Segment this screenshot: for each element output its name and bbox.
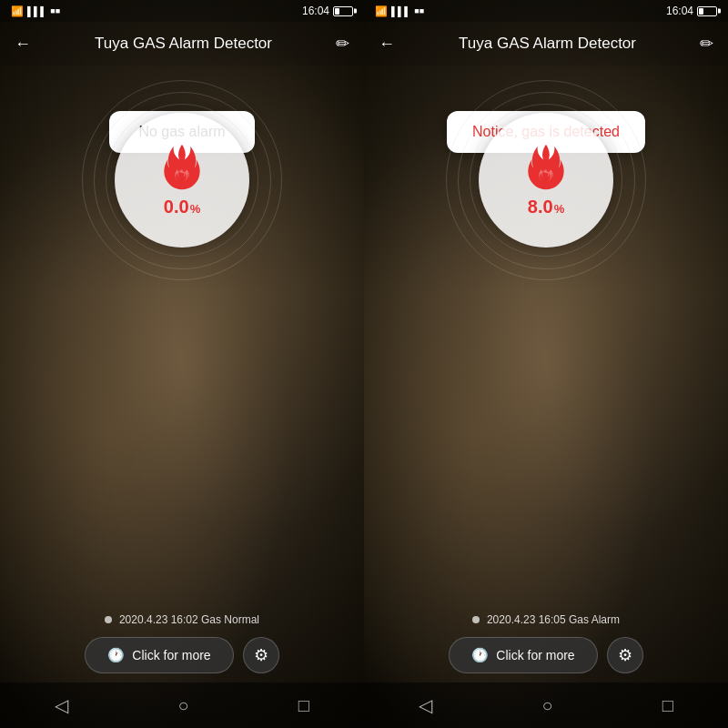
bottom-buttons-2: 🕐 Click for more ⚙ [449, 637, 642, 673]
app-header-2: ← Tuya GAS Alarm Detector ✏ [364, 22, 728, 66]
click-more-label-2: Click for more [496, 648, 574, 662]
gauge-unit-2: % [554, 202, 565, 216]
main-content-1: No gas alarm 0.0 % [0, 66, 364, 380]
app-icons-2: ■■ [414, 6, 424, 15]
clock-icon-1: 🕐 [107, 647, 125, 663]
gauge-value-1: 0.0 [164, 197, 189, 217]
click-more-button-1[interactable]: 🕐 Click for more [85, 637, 233, 673]
wifi-icon-2: ▌▌▌ [391, 6, 410, 16]
edit-button-1[interactable]: ✏ [336, 34, 349, 54]
back-button-1[interactable]: ← [15, 35, 31, 54]
gauge-wrapper-1: No gas alarm 0.0 % [82, 111, 282, 380]
nav-back-1[interactable]: ◁ [55, 694, 68, 716]
bottom-section-1: 2020.4.23 16:02 Gas Normal 🕐 Click for m… [0, 613, 364, 673]
clock-icon-2: 🕐 [471, 647, 489, 663]
nav-home-2[interactable]: ○ [541, 695, 552, 716]
gauge-readout-1: 0.0 % [164, 197, 200, 217]
main-content-2: Notice, gas is detected 8.0 % [364, 66, 728, 380]
status-log-1: 2020.4.23 16:02 Gas Normal [105, 613, 259, 626]
gauge-value-2: 8.0 [528, 197, 553, 217]
status-dot-1 [105, 616, 112, 623]
edit-button-2[interactable]: ✏ [700, 34, 713, 54]
status-dot-2 [472, 616, 480, 623]
flame-icon-1 [159, 143, 205, 193]
bottom-section-2: 2020.4.23 16:05 Gas Alarm 🕐 Click for mo… [364, 613, 728, 673]
flame-icon-2 [523, 143, 569, 193]
nav-recent-2[interactable]: □ [662, 695, 673, 716]
status-bar-left-2: 📶 ▌▌▌ ■■ [375, 5, 424, 17]
log-text-2: 2020.4.23 16:05 Gas Alarm [487, 613, 620, 626]
status-bar-right-1: 16:04 [302, 5, 353, 17]
battery-icon-2 [697, 6, 717, 16]
app-header-1: ← Tuya GAS Alarm Detector ✏ [0, 22, 364, 66]
gauge-area-1: 0.0 % [82, 80, 282, 280]
gauge-circle-2: 8.0 % [479, 113, 613, 248]
settings-icon-1: ⚙ [254, 645, 268, 665]
settings-button-2[interactable]: ⚙ [607, 637, 643, 673]
wifi-icon: ▌▌▌ [27, 6, 46, 16]
nav-bar-1: ◁ ○ □ [0, 682, 364, 728]
gauge-area-2: 8.0 % [446, 80, 646, 280]
app-title-1: Tuya GAS Alarm Detector [95, 35, 272, 53]
nav-home-1[interactable]: ○ [177, 695, 188, 716]
click-more-label-1: Click for more [132, 648, 210, 662]
status-bar-right-2: 16:04 [666, 5, 717, 17]
nav-bar-2: ◁ ○ □ [364, 682, 728, 728]
phone-frame-2: 📶 ▌▌▌ ■■ 16:04 ← Tuya GAS Alarm Detector… [364, 0, 728, 728]
status-log-2: 2020.4.23 16:05 Gas Alarm [472, 613, 620, 626]
back-button-2[interactable]: ← [379, 35, 395, 54]
click-more-button-2[interactable]: 🕐 Click for more [449, 637, 597, 673]
status-bar-left-1: 📶 ▌▌▌ ■■ [11, 5, 60, 17]
gauge-unit-1: % [190, 202, 201, 216]
nav-recent-1[interactable]: □ [298, 695, 309, 716]
gauge-circle-1: 0.0 % [115, 113, 249, 248]
app-icons: ■■ [50, 6, 60, 15]
bottom-buttons-1: 🕐 Click for more ⚙ [85, 637, 278, 673]
settings-icon-2: ⚙ [618, 645, 632, 665]
app-title-2: Tuya GAS Alarm Detector [459, 35, 636, 53]
nav-back-2[interactable]: ◁ [419, 694, 432, 716]
signal-icon: 📶 [11, 5, 24, 17]
settings-button-1[interactable]: ⚙ [243, 637, 279, 673]
status-bar-2: 📶 ▌▌▌ ■■ 16:04 [364, 0, 728, 22]
status-bar-1: 📶 ▌▌▌ ■■ 16:04 [0, 0, 364, 22]
log-text-1: 2020.4.23 16:02 Gas Normal [119, 613, 259, 626]
gauge-wrapper-2: Notice, gas is detected 8.0 % [446, 111, 646, 380]
signal-icon-2: 📶 [375, 5, 388, 17]
battery-icon-1 [333, 6, 353, 16]
time-display-2: 16:04 [666, 5, 693, 17]
phone-frame-1: 📶 ▌▌▌ ■■ 16:04 ← Tuya GAS Alarm Detector… [0, 0, 364, 728]
gauge-readout-2: 8.0 % [528, 197, 564, 217]
time-display-1: 16:04 [302, 5, 329, 17]
